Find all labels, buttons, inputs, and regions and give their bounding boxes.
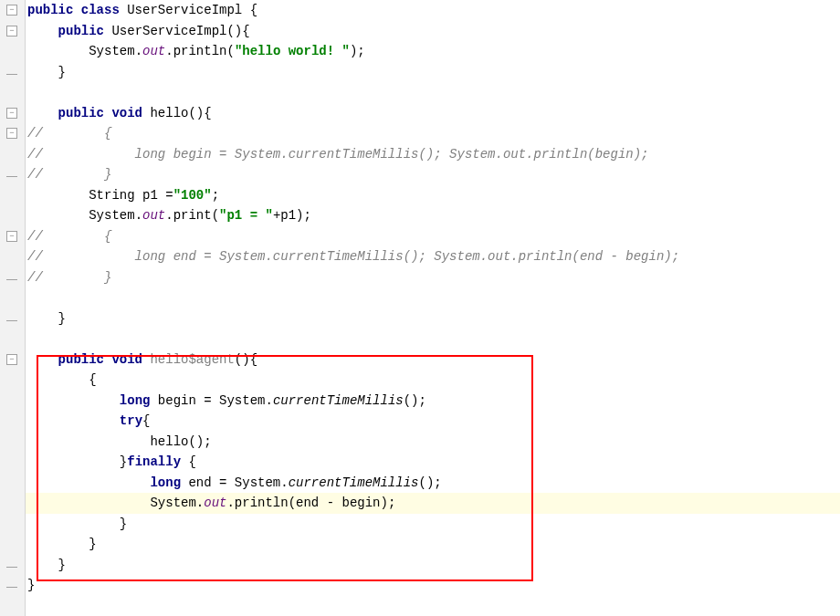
code-token: (){ — [226, 24, 249, 38]
code-token: public void — [58, 352, 151, 367]
code-token: } — [120, 517, 127, 531]
code-token: begin = System. — [158, 393, 273, 408]
code-token: { — [188, 454, 195, 469]
fold-end-icon[interactable] — [5, 312, 18, 325]
code-token: System. — [89, 208, 142, 223]
fold-collapse-icon[interactable]: − — [5, 107, 18, 120]
code-token: out — [204, 496, 226, 510]
code-token: } — [120, 454, 127, 469]
code-token: System. — [89, 44, 142, 58]
code-token: } — [58, 558, 66, 572]
gutter: −−−−−− — [0, 0, 26, 616]
code-token: } — [27, 578, 35, 592]
code-token: out — [142, 208, 165, 223]
code-token: // long end = System.currentTimeMillis()… — [27, 249, 679, 264]
fold-collapse-icon[interactable]: − — [5, 127, 18, 140]
code-line[interactable] — [27, 287, 840, 308]
code-token: out — [142, 44, 165, 58]
code-token: System. — [150, 496, 204, 510]
code-line[interactable]: }finally { — [27, 452, 840, 473]
code-token: "100" — [173, 188, 212, 203]
code-token: +p1); — [273, 208, 311, 223]
code-token: hello — [150, 106, 188, 120]
fold-collapse-icon[interactable]: − — [5, 4, 18, 16]
code-token: currentTimeMillis — [273, 393, 404, 408]
code-token: (); — [404, 393, 426, 408]
code-token: { — [89, 372, 96, 387]
code-token: long — [120, 393, 158, 408]
code-token: (){ — [235, 352, 257, 367]
code-line[interactable]: System.out.println(end - begin); — [27, 493, 840, 514]
code-token: } — [58, 311, 66, 326]
code-line[interactable]: // { — [27, 123, 840, 144]
code-line[interactable]: // { — [27, 226, 840, 247]
code-token: } — [89, 537, 96, 551]
code-token: public class — [27, 3, 127, 17]
code-token: ; — [212, 188, 219, 203]
code-token: // { — [27, 126, 111, 141]
code-token: (); — [418, 475, 441, 490]
fold-collapse-icon[interactable]: − — [5, 230, 18, 243]
fold-collapse-icon[interactable]: − — [5, 25, 18, 37]
code-token: { — [142, 413, 150, 428]
code-token: String p1 = — [89, 188, 173, 203]
code-line[interactable]: long begin = System.currentTimeMillis(); — [27, 391, 840, 412]
code-token: public void — [58, 106, 151, 120]
code-line[interactable]: long end = System.currentTimeMillis(); — [27, 473, 840, 494]
code-line[interactable]: hello(); — [27, 432, 840, 453]
code-line[interactable]: } — [27, 555, 840, 576]
code-line[interactable]: try{ — [27, 411, 840, 432]
fold-end-icon[interactable] — [5, 66, 18, 78]
code-line[interactable]: // long begin = System.currentTimeMillis… — [27, 144, 840, 165]
code-token: UserServiceImpl { — [127, 3, 257, 17]
code-line[interactable]: public UserServiceImpl(){ — [27, 21, 840, 42]
code-token: (){ — [188, 106, 211, 120]
code-token: .print( — [165, 208, 219, 223]
code-line[interactable]: System.out.print("p1 = "+p1); — [27, 205, 840, 226]
code-token: long — [150, 475, 188, 490]
code-token: hello$agent — [150, 352, 234, 367]
code-token: } — [58, 65, 66, 79]
code-line[interactable]: } — [27, 308, 840, 329]
code-token: .println(end - begin); — [226, 496, 395, 510]
code-token: finally — [127, 454, 188, 469]
code-token: ); — [350, 44, 365, 58]
code-token: public — [58, 24, 112, 38]
code-line[interactable]: String p1 ="100"; — [27, 185, 840, 206]
code-token: // } — [27, 270, 111, 285]
code-line[interactable]: } — [27, 534, 840, 555]
code-token: "p1 = " — [219, 208, 273, 223]
code-line[interactable]: System.out.println("hello world! "); — [27, 41, 840, 62]
code-line[interactable]: // } — [27, 164, 840, 185]
code-line[interactable]: } — [27, 62, 840, 83]
code-token: // { — [27, 229, 111, 244]
code-token: try — [120, 413, 142, 428]
code-token: UserServiceImpl — [111, 24, 226, 38]
code-line[interactable]: public void hello(){ — [27, 103, 840, 124]
code-line[interactable]: // } — [27, 267, 840, 288]
code-token: hello(); — [150, 434, 211, 449]
code-line[interactable]: } — [27, 514, 840, 535]
fold-end-icon[interactable] — [5, 579, 18, 591]
fold-end-icon[interactable] — [5, 168, 18, 181]
code-token: "hello world! " — [235, 44, 350, 58]
fold-collapse-icon[interactable]: − — [5, 353, 18, 366]
code-token: .println( — [165, 44, 235, 58]
code-line[interactable]: // long end = System.currentTimeMillis()… — [27, 246, 840, 267]
code-token: // } — [27, 167, 111, 182]
code-line[interactable] — [27, 329, 840, 350]
code-line[interactable] — [27, 82, 840, 103]
code-token: currentTimeMillis — [289, 475, 419, 490]
code-line[interactable]: public void hello$agent(){ — [27, 350, 840, 371]
code-line[interactable]: } — [27, 575, 840, 596]
code-token: end = System. — [188, 475, 288, 490]
code-editor[interactable]: public class UserServiceImpl { public Us… — [26, 0, 840, 616]
code-token: // long begin = System.currentTimeMillis… — [27, 147, 649, 162]
code-line[interactable]: public class UserServiceImpl { — [27, 0, 840, 21]
fold-end-icon[interactable] — [5, 559, 18, 571]
fold-end-icon[interactable] — [5, 271, 18, 284]
code-line[interactable]: { — [27, 370, 840, 391]
